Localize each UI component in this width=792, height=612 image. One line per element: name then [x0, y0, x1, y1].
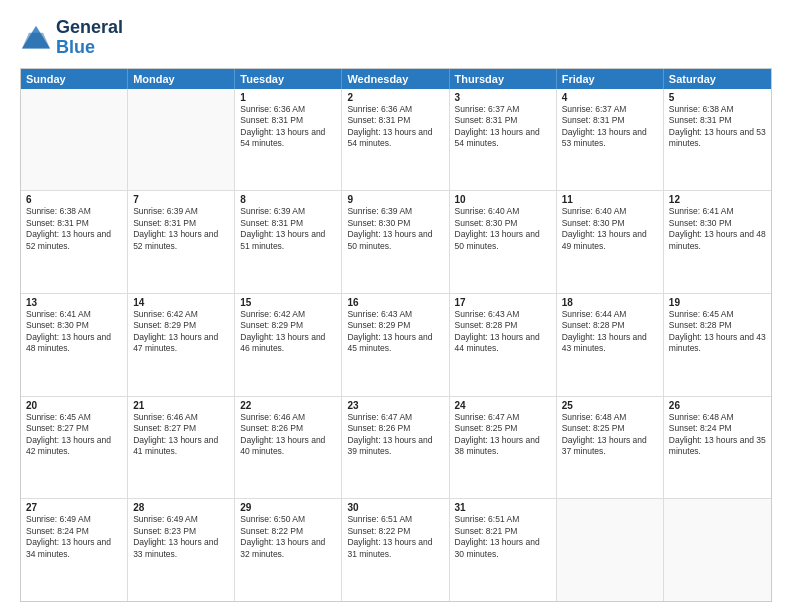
day-number: 24	[455, 400, 551, 411]
day-info: Sunrise: 6:47 AMSunset: 8:26 PMDaylight:…	[347, 412, 443, 458]
calendar-cell: 30Sunrise: 6:51 AMSunset: 8:22 PMDayligh…	[342, 499, 449, 601]
calendar-cell: 11Sunrise: 6:40 AMSunset: 8:30 PMDayligh…	[557, 191, 664, 293]
day-info: Sunrise: 6:49 AMSunset: 8:24 PMDaylight:…	[26, 514, 122, 560]
header-day-tuesday: Tuesday	[235, 69, 342, 89]
header-day-friday: Friday	[557, 69, 664, 89]
calendar-cell: 20Sunrise: 6:45 AMSunset: 8:27 PMDayligh…	[21, 397, 128, 499]
day-info: Sunrise: 6:38 AMSunset: 8:31 PMDaylight:…	[26, 206, 122, 252]
day-number: 9	[347, 194, 443, 205]
day-info: Sunrise: 6:48 AMSunset: 8:25 PMDaylight:…	[562, 412, 658, 458]
calendar-cell: 1Sunrise: 6:36 AMSunset: 8:31 PMDaylight…	[235, 89, 342, 191]
logo-line1: General	[56, 18, 123, 38]
calendar-cell: 23Sunrise: 6:47 AMSunset: 8:26 PMDayligh…	[342, 397, 449, 499]
day-number: 11	[562, 194, 658, 205]
day-number: 7	[133, 194, 229, 205]
calendar-cell: 9Sunrise: 6:39 AMSunset: 8:30 PMDaylight…	[342, 191, 449, 293]
calendar-week-1: 1Sunrise: 6:36 AMSunset: 8:31 PMDaylight…	[21, 89, 771, 191]
day-number: 18	[562, 297, 658, 308]
day-info: Sunrise: 6:51 AMSunset: 8:22 PMDaylight:…	[347, 514, 443, 560]
calendar-cell: 16Sunrise: 6:43 AMSunset: 8:29 PMDayligh…	[342, 294, 449, 396]
calendar-week-3: 13Sunrise: 6:41 AMSunset: 8:30 PMDayligh…	[21, 293, 771, 396]
header-day-monday: Monday	[128, 69, 235, 89]
calendar-cell: 10Sunrise: 6:40 AMSunset: 8:30 PMDayligh…	[450, 191, 557, 293]
logo: General Blue	[20, 18, 123, 58]
calendar-body: 1Sunrise: 6:36 AMSunset: 8:31 PMDaylight…	[21, 89, 771, 601]
day-info: Sunrise: 6:37 AMSunset: 8:31 PMDaylight:…	[562, 104, 658, 150]
day-number: 19	[669, 297, 766, 308]
day-number: 20	[26, 400, 122, 411]
calendar-week-2: 6Sunrise: 6:38 AMSunset: 8:31 PMDaylight…	[21, 190, 771, 293]
day-number: 23	[347, 400, 443, 411]
day-info: Sunrise: 6:51 AMSunset: 8:21 PMDaylight:…	[455, 514, 551, 560]
calendar-header: SundayMondayTuesdayWednesdayThursdayFrid…	[21, 69, 771, 89]
day-number: 3	[455, 92, 551, 103]
calendar-cell	[21, 89, 128, 191]
day-info: Sunrise: 6:43 AMSunset: 8:29 PMDaylight:…	[347, 309, 443, 355]
day-number: 25	[562, 400, 658, 411]
calendar-cell: 26Sunrise: 6:48 AMSunset: 8:24 PMDayligh…	[664, 397, 771, 499]
calendar-cell: 28Sunrise: 6:49 AMSunset: 8:23 PMDayligh…	[128, 499, 235, 601]
calendar-cell: 29Sunrise: 6:50 AMSunset: 8:22 PMDayligh…	[235, 499, 342, 601]
calendar-cell: 4Sunrise: 6:37 AMSunset: 8:31 PMDaylight…	[557, 89, 664, 191]
calendar-cell	[557, 499, 664, 601]
calendar-cell: 6Sunrise: 6:38 AMSunset: 8:31 PMDaylight…	[21, 191, 128, 293]
day-number: 29	[240, 502, 336, 513]
day-info: Sunrise: 6:36 AMSunset: 8:31 PMDaylight:…	[347, 104, 443, 150]
day-info: Sunrise: 6:41 AMSunset: 8:30 PMDaylight:…	[669, 206, 766, 252]
day-number: 30	[347, 502, 443, 513]
logo-icon	[20, 24, 52, 52]
day-number: 1	[240, 92, 336, 103]
day-number: 16	[347, 297, 443, 308]
day-info: Sunrise: 6:41 AMSunset: 8:30 PMDaylight:…	[26, 309, 122, 355]
day-info: Sunrise: 6:42 AMSunset: 8:29 PMDaylight:…	[133, 309, 229, 355]
calendar-cell: 15Sunrise: 6:42 AMSunset: 8:29 PMDayligh…	[235, 294, 342, 396]
day-number: 13	[26, 297, 122, 308]
day-info: Sunrise: 6:39 AMSunset: 8:30 PMDaylight:…	[347, 206, 443, 252]
day-number: 21	[133, 400, 229, 411]
calendar: SundayMondayTuesdayWednesdayThursdayFrid…	[20, 68, 772, 602]
day-info: Sunrise: 6:48 AMSunset: 8:24 PMDaylight:…	[669, 412, 766, 458]
day-info: Sunrise: 6:38 AMSunset: 8:31 PMDaylight:…	[669, 104, 766, 150]
day-info: Sunrise: 6:45 AMSunset: 8:28 PMDaylight:…	[669, 309, 766, 355]
calendar-cell: 19Sunrise: 6:45 AMSunset: 8:28 PMDayligh…	[664, 294, 771, 396]
calendar-cell: 22Sunrise: 6:46 AMSunset: 8:26 PMDayligh…	[235, 397, 342, 499]
day-info: Sunrise: 6:46 AMSunset: 8:27 PMDaylight:…	[133, 412, 229, 458]
calendar-cell: 5Sunrise: 6:38 AMSunset: 8:31 PMDaylight…	[664, 89, 771, 191]
day-number: 2	[347, 92, 443, 103]
calendar-cell: 24Sunrise: 6:47 AMSunset: 8:25 PMDayligh…	[450, 397, 557, 499]
day-info: Sunrise: 6:36 AMSunset: 8:31 PMDaylight:…	[240, 104, 336, 150]
header: General Blue	[20, 18, 772, 58]
day-number: 28	[133, 502, 229, 513]
calendar-cell: 12Sunrise: 6:41 AMSunset: 8:30 PMDayligh…	[664, 191, 771, 293]
logo-line2: Blue	[56, 37, 95, 57]
calendar-cell: 13Sunrise: 6:41 AMSunset: 8:30 PMDayligh…	[21, 294, 128, 396]
day-number: 22	[240, 400, 336, 411]
day-number: 27	[26, 502, 122, 513]
day-number: 17	[455, 297, 551, 308]
header-day-wednesday: Wednesday	[342, 69, 449, 89]
day-number: 15	[240, 297, 336, 308]
calendar-week-4: 20Sunrise: 6:45 AMSunset: 8:27 PMDayligh…	[21, 396, 771, 499]
calendar-cell: 3Sunrise: 6:37 AMSunset: 8:31 PMDaylight…	[450, 89, 557, 191]
day-number: 26	[669, 400, 766, 411]
calendar-cell: 27Sunrise: 6:49 AMSunset: 8:24 PMDayligh…	[21, 499, 128, 601]
calendar-cell: 2Sunrise: 6:36 AMSunset: 8:31 PMDaylight…	[342, 89, 449, 191]
calendar-cell: 8Sunrise: 6:39 AMSunset: 8:31 PMDaylight…	[235, 191, 342, 293]
day-number: 10	[455, 194, 551, 205]
day-info: Sunrise: 6:46 AMSunset: 8:26 PMDaylight:…	[240, 412, 336, 458]
calendar-cell	[664, 499, 771, 601]
day-number: 6	[26, 194, 122, 205]
day-info: Sunrise: 6:47 AMSunset: 8:25 PMDaylight:…	[455, 412, 551, 458]
day-info: Sunrise: 6:43 AMSunset: 8:28 PMDaylight:…	[455, 309, 551, 355]
logo-text: General Blue	[56, 18, 123, 58]
calendar-cell: 25Sunrise: 6:48 AMSunset: 8:25 PMDayligh…	[557, 397, 664, 499]
day-info: Sunrise: 6:40 AMSunset: 8:30 PMDaylight:…	[455, 206, 551, 252]
day-number: 4	[562, 92, 658, 103]
day-number: 31	[455, 502, 551, 513]
day-info: Sunrise: 6:50 AMSunset: 8:22 PMDaylight:…	[240, 514, 336, 560]
header-day-sunday: Sunday	[21, 69, 128, 89]
day-info: Sunrise: 6:40 AMSunset: 8:30 PMDaylight:…	[562, 206, 658, 252]
header-day-thursday: Thursday	[450, 69, 557, 89]
page: General Blue SundayMondayTuesdayWednesda…	[0, 0, 792, 612]
calendar-cell	[128, 89, 235, 191]
